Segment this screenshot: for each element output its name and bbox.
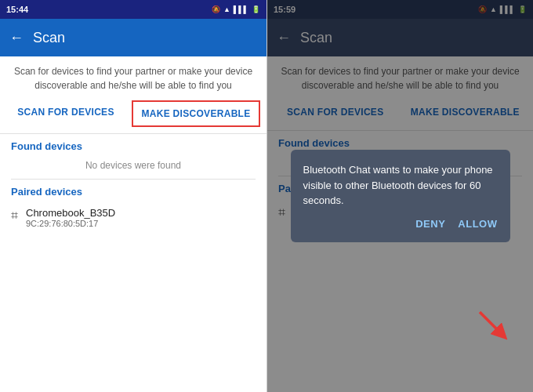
arrow-svg: [473, 306, 511, 343]
no-devices-left: No devices were found: [0, 155, 266, 179]
status-icons-left: 🔕 ▲ ▌▌▌ 🔋: [212, 5, 260, 13]
screen-left: 15:44 🔕 ▲ ▌▌▌ 🔋 ← Scan Scan for devices …: [0, 0, 266, 392]
dialog-overlay: Bluetooth Chat wants to make your phone …: [267, 0, 533, 392]
device-mac-left: 9C:29:76:80:5D:17: [26, 219, 115, 228]
battery-icon: 🔋: [252, 5, 260, 13]
bluetooth-icon-left: ⌗: [11, 209, 18, 223]
dialog-buttons: DENY ALLOW: [303, 218, 498, 230]
status-time-left: 15:44: [6, 5, 28, 14]
content-left: Scan for devices to find your partner or…: [0, 56, 266, 392]
paired-section-header-left: Paired devices: [0, 180, 266, 201]
wifi-icon: ▲: [223, 5, 230, 13]
paired-device-left: ⌗ Chromebook_B35D 9C:29:76:80:5D:17: [0, 201, 266, 234]
svg-line-1: [480, 312, 502, 334]
found-section-header-left: Found devices: [0, 134, 266, 155]
status-bar-left: 15:44 🔕 ▲ ▌▌▌ 🔋: [0, 0, 266, 19]
back-button-left[interactable]: ←: [9, 30, 24, 46]
screen-right: 15:59 🔕 ▲ ▌▌▌ 🔋 ← Scan Scan for devices …: [266, 0, 533, 392]
notification-icon: 🔕: [212, 5, 220, 13]
dialog-text: Bluetooth Chat wants to make your phone …: [303, 162, 498, 209]
device-name-left: Chromebook_B35D: [26, 207, 115, 219]
make-discoverable-button-left[interactable]: MAKE DISCOVERABLE: [132, 100, 260, 127]
toolbar-left: ← Scan: [0, 19, 266, 56]
description-left: Scan for devices to find your partner or…: [0, 56, 266, 100]
bluetooth-permission-dialog: Bluetooth Chat wants to make your phone …: [291, 150, 510, 242]
signal-icon: ▌▌▌: [234, 5, 248, 13]
device-info-left: Chromebook_B35D 9C:29:76:80:5D:17: [26, 207, 115, 228]
red-arrow-annotation: [473, 306, 511, 347]
deny-button[interactable]: DENY: [415, 218, 445, 230]
scan-for-devices-button-left[interactable]: SCAN FOR DEVICES: [3, 100, 129, 127]
toolbar-title-left: Scan: [33, 30, 65, 46]
action-buttons-left: SCAN FOR DEVICES MAKE DISCOVERABLE: [0, 100, 266, 134]
allow-button[interactable]: ALLOW: [458, 218, 497, 230]
